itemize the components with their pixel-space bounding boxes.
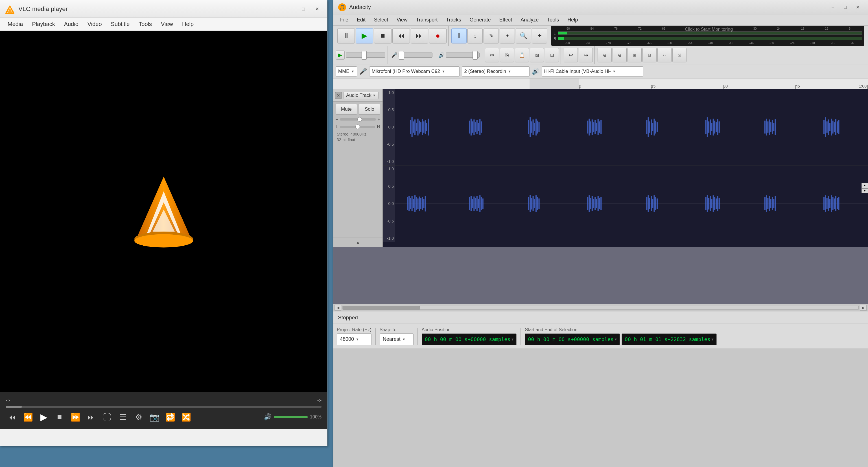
stop-button[interactable]: ■	[374, 28, 392, 43]
zoom-project-button[interactable]: ⊟	[643, 48, 657, 62]
audacity-vertical-scrollbar[interactable]: ▲ ▼	[862, 183, 868, 193]
vlc-next-button[interactable]: ⏭	[85, 411, 97, 423]
zoom-toggle-button[interactable]: ⇲	[672, 48, 686, 62]
menu-select[interactable]: Select	[370, 15, 392, 24]
vlc-menu-help[interactable]: Help	[178, 19, 197, 29]
menu-tools[interactable]: Tools	[543, 15, 563, 24]
project-rate-select[interactable]: 48000 ▼	[337, 334, 371, 345]
channels-select[interactable]: 2 (Stereo) Recordin ▼	[462, 66, 530, 76]
vlc-menu-subtitle[interactable]: Subtitle	[107, 19, 134, 29]
vlc-menu-audio[interactable]: Audio	[60, 19, 83, 29]
menu-analyze[interactable]: Analyze	[517, 15, 542, 24]
speaker-gain-slider[interactable]	[446, 53, 479, 58]
hscroll-right-button[interactable]: ▶	[860, 305, 867, 311]
trim-button[interactable]: ⊠	[530, 48, 544, 62]
track-name-button[interactable]: Audio Track ▼	[344, 92, 378, 99]
hscroll-thumb[interactable]	[343, 306, 420, 309]
silence-button[interactable]: ⊡	[545, 48, 559, 62]
vlc-back-button[interactable]: ⏪	[22, 411, 34, 423]
vlc-close-button[interactable]: ✕	[311, 5, 323, 13]
mic-gain-slider[interactable]	[399, 53, 432, 58]
click-to-monitor[interactable]: Click to Start Monitoring	[685, 27, 733, 32]
pan-slider[interactable]	[340, 126, 375, 128]
vscroll-up-button[interactable]: ▲	[862, 183, 868, 188]
undo-button[interactable]: ↩	[564, 48, 578, 62]
audio-position-display[interactable]: 00 h 00 m 00 s+00000 samples ▼	[422, 334, 517, 345]
zoom-selection-button[interactable]: ⊞	[627, 48, 642, 62]
selection-start-display[interactable]: 00 h 00 m 00 s+00000 samples ▼	[525, 334, 620, 345]
vlc-playlist-button[interactable]: ☰	[117, 411, 129, 423]
hscroll-track[interactable]	[342, 306, 859, 310]
output-select[interactable]: Hi-Fi Cable Input (VB-Audio Hi- ▼	[542, 66, 643, 76]
vscroll-down-button[interactable]: ▼	[862, 188, 868, 193]
envelope-tool[interactable]: ↕	[467, 28, 483, 43]
vlc-menu-view[interactable]: View	[157, 19, 177, 29]
redo-button[interactable]: ↪	[579, 48, 593, 62]
skip-end-button[interactable]: ⏭	[411, 28, 428, 43]
microphone-select[interactable]: Mikrofoni (HD Pro Webcam C92 ▼	[369, 66, 460, 76]
gain-slider[interactable]	[340, 118, 376, 121]
audacity-close-button[interactable]: ✕	[852, 3, 863, 11]
cut-button[interactable]: ✂	[485, 48, 499, 62]
audacity-minimize-button[interactable]: −	[827, 3, 838, 11]
vlc-menu-playback[interactable]: Playback	[28, 19, 59, 29]
menu-view[interactable]: View	[393, 15, 411, 24]
menu-generate[interactable]: Generate	[465, 15, 495, 24]
vlc-fwd-button[interactable]: ⏩	[69, 411, 82, 423]
multi-tool[interactable]: ✚	[532, 28, 547, 43]
selection-end-display[interactable]: 00 h 01 m 01 s+22832 samples ▼	[622, 334, 717, 345]
track-collapse-button[interactable]: ▲	[333, 237, 382, 247]
vlc-video-area[interactable]	[0, 31, 327, 392]
copy-button[interactable]: ⎘	[500, 48, 514, 62]
vlc-volume-slider[interactable]	[274, 416, 308, 418]
track-close-button[interactable]: ✕	[335, 92, 342, 99]
timeline-ruler-area[interactable]: 0 15 30 45 1:00	[579, 79, 868, 89]
mic-gain-thumb[interactable]	[399, 51, 404, 60]
vlc-progress-bar[interactable]	[6, 406, 321, 408]
play-green-button[interactable]: ▶	[336, 51, 345, 60]
hscroll-left-button[interactable]: ◀	[335, 305, 341, 311]
mic-tool[interactable]: ✦	[500, 28, 515, 43]
vlc-menu-tools[interactable]: Tools	[135, 19, 156, 29]
record-button[interactable]: ●	[429, 28, 446, 43]
vlc-play-button[interactable]: ▶	[37, 411, 50, 423]
zoom-width-button[interactable]: ↔	[657, 48, 672, 62]
vscroll-thumb[interactable]	[862, 188, 868, 189]
play-button[interactable]: ▶	[356, 28, 373, 43]
zoom-tool[interactable]: 🔍	[516, 28, 531, 43]
vlc-prev-button[interactable]: ⏮	[6, 411, 18, 423]
vlc-snapshot-button[interactable]: 📷	[148, 411, 161, 423]
vlc-volume-icon[interactable]: 🔊	[264, 413, 272, 421]
vu-meter[interactable]: L R -90-84-78-72-66 Click to Start Monit…	[551, 26, 864, 46]
zoom-out-button[interactable]: ⊖	[613, 48, 627, 62]
speed-thumb[interactable]	[362, 51, 367, 60]
vlc-minimize-button[interactable]: −	[284, 5, 296, 13]
mute-button[interactable]: Mute	[336, 104, 357, 115]
vlc-shuffle-button[interactable]: 🔀	[180, 411, 192, 423]
playback-speed-slider[interactable]	[346, 53, 385, 58]
skip-start-button[interactable]: ⏮	[392, 28, 410, 43]
menu-help[interactable]: Help	[563, 15, 582, 24]
vlc-menu-media[interactable]: Media	[4, 19, 27, 29]
zoom-in-button[interactable]: ⊕	[597, 48, 612, 62]
vlc-loop-button[interactable]: 🔁	[164, 411, 177, 423]
selection-tool[interactable]: I	[452, 28, 467, 43]
snap-to-select[interactable]: Nearest ▼	[380, 334, 413, 345]
pan-thumb[interactable]	[355, 125, 360, 129]
audacity-horizontal-scrollbar[interactable]: ◀ ▶	[333, 304, 868, 311]
host-select[interactable]: MME ▼	[336, 66, 357, 76]
audacity-maximize-button[interactable]: □	[839, 3, 851, 11]
gain-thumb[interactable]	[358, 117, 362, 122]
menu-edit[interactable]: Edit	[353, 15, 370, 24]
vlc-extended-button[interactable]: ⚙	[132, 411, 145, 423]
pause-button[interactable]: ⏸	[337, 28, 355, 43]
solo-button[interactable]: Solo	[359, 104, 380, 115]
menu-effect[interactable]: Effect	[495, 15, 516, 24]
vlc-maximize-button[interactable]: □	[298, 5, 309, 13]
pencil-tool[interactable]: ✎	[484, 28, 499, 43]
menu-file[interactable]: File	[336, 15, 352, 24]
menu-tracks[interactable]: Tracks	[442, 15, 465, 24]
vlc-fullscreen-button[interactable]: ⛶	[101, 411, 113, 423]
vlc-menu-video[interactable]: Video	[84, 19, 106, 29]
paste-button[interactable]: 📋	[515, 48, 529, 62]
